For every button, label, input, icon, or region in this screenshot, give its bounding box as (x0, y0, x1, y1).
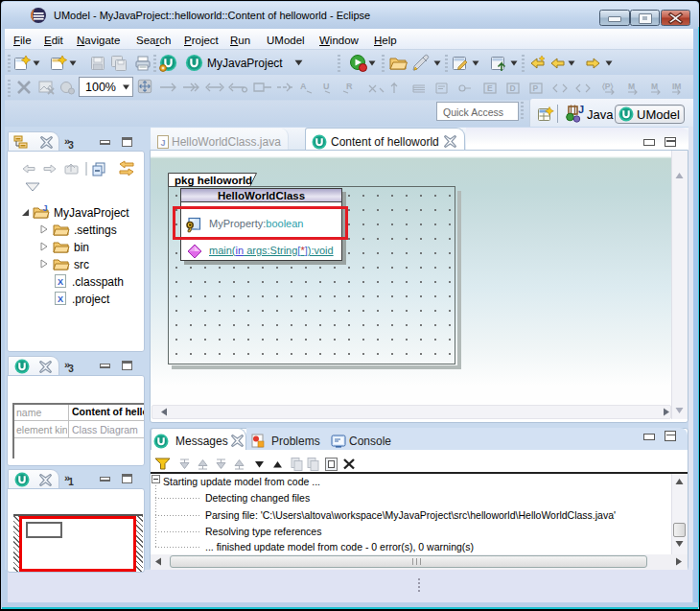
svg-text:X: X (58, 294, 63, 304)
svg-text:J: J (43, 204, 48, 213)
svg-text:P: P (533, 83, 539, 93)
svg-text:J: J (578, 105, 584, 115)
svg-text:U: U (323, 82, 330, 91)
svg-text:A: A (300, 82, 307, 91)
svg-text:D: D (510, 83, 516, 93)
svg-text:J: J (160, 138, 165, 148)
svg-text:IM: IM (672, 82, 681, 91)
svg-text:M: M (628, 82, 635, 91)
svg-text:R: R (346, 82, 353, 91)
svg-text:M: M (651, 82, 658, 91)
svg-text:X: X (58, 277, 63, 287)
svg-text:E: E (487, 83, 493, 93)
